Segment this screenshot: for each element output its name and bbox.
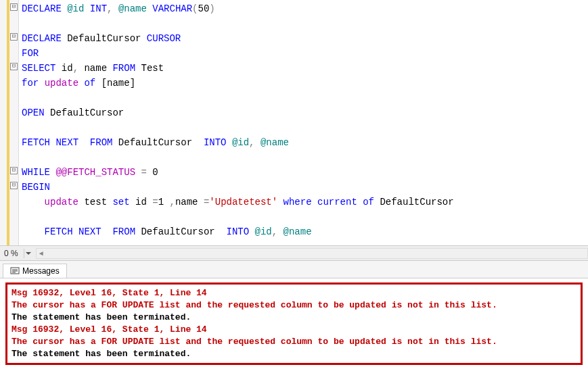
messages-panel: Msg 16932, Level 16, State 1, Line 14The… <box>0 278 588 369</box>
code-line[interactable]: DECLARE @id INT, @name VARCHAR(50) <box>22 1 585 16</box>
messages-output[interactable]: Msg 16932, Level 16, State 1, Line 14The… <box>5 282 583 365</box>
code-line[interactable] <box>22 120 585 135</box>
message-line: Msg 16932, Level 16, State 1, Line 14 <box>12 324 576 336</box>
horizontal-scrollbar[interactable]: ◄ <box>36 248 588 259</box>
zoom-dropdown-icon[interactable] <box>24 249 33 258</box>
message-line: The statement has been terminated. <box>12 348 576 360</box>
code-line[interactable] <box>22 16 585 31</box>
fold-toggle-icon[interactable]: ⊟ <box>10 63 18 70</box>
results-tab-strip: Messages <box>0 260 588 278</box>
gutter: ⊟ ⊟ ⊟ ⊟ ⊟ <box>0 0 19 245</box>
code-editor[interactable]: ⊟ ⊟ ⊟ ⊟ ⊟ DECLARE @id INT, @name VARCHAR… <box>0 0 588 245</box>
code-line[interactable]: SELECT id, name FROM Test <box>22 61 585 76</box>
fold-toggle-icon[interactable]: ⊟ <box>10 3 18 11</box>
code-line[interactable]: FETCH NEXT FROM DefaultCursor INTO @id, … <box>22 224 585 239</box>
code-line[interactable]: OPEN DefaultCursor <box>22 105 585 120</box>
tab-messages[interactable]: Messages <box>3 264 67 278</box>
code-line[interactable]: DECLARE DefaultCursor CURSOR <box>22 31 585 46</box>
scroll-left-icon[interactable]: ◄ <box>38 249 45 257</box>
fold-toggle-icon[interactable]: ⊟ <box>10 33 18 41</box>
editor-footer: 0 % ◄ <box>0 245 588 260</box>
code-line[interactable]: FOR <box>22 46 585 61</box>
code-line[interactable] <box>22 91 585 105</box>
message-line: Msg 16932, Level 16, State 1, Line 14 <box>12 287 576 299</box>
code-line[interactable]: WHILE @@FETCH_STATUS = 0 <box>22 165 585 180</box>
code-line[interactable] <box>22 210 585 224</box>
tab-label: Messages <box>22 266 60 276</box>
code-line[interactable] <box>22 150 585 165</box>
message-line: The cursor has a FOR UPDATE list and the… <box>12 336 576 348</box>
messages-icon <box>10 266 20 276</box>
zoom-level: 0 % <box>0 249 22 258</box>
code-line[interactable]: for update of [name] <box>22 76 585 91</box>
code-line[interactable]: update test set id =1 ,name ='Updatetest… <box>22 195 585 210</box>
message-line: The cursor has a FOR UPDATE list and the… <box>12 299 576 312</box>
code-text-area[interactable]: DECLARE @id INT, @name VARCHAR(50) DECLA… <box>19 0 588 245</box>
fold-toggle-icon[interactable]: ⊟ <box>10 167 18 174</box>
fold-toggle-icon[interactable]: ⊟ <box>10 182 18 189</box>
outline-column: ⊟ ⊟ ⊟ ⊟ ⊟ <box>10 0 19 245</box>
message-line: The statement has been terminated. <box>12 312 576 324</box>
code-line[interactable]: FETCH NEXT FROM DefaultCursor INTO @id, … <box>22 135 585 150</box>
change-indicator <box>7 0 9 245</box>
code-line[interactable]: BEGIN <box>22 180 585 195</box>
